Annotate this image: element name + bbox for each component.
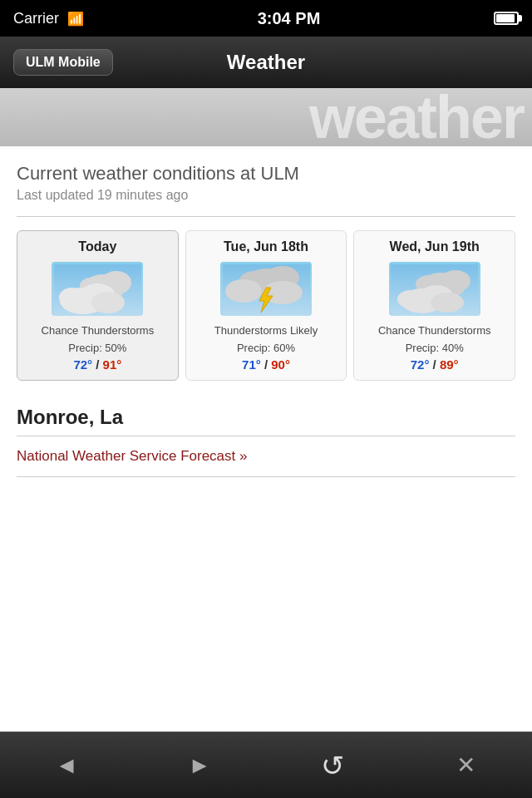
- temp-separator-tue: /: [264, 357, 271, 372]
- card-precip-today: Precip: 50%: [24, 342, 171, 354]
- svg-point-7: [91, 292, 125, 313]
- close-icon: ✕: [456, 751, 475, 779]
- forward-toolbar-button[interactable]: ►: [175, 741, 224, 791]
- forward-toolbar-icon: ►: [188, 752, 211, 779]
- last-updated: Last updated 19 minutes ago: [17, 188, 515, 203]
- link-divider: [17, 436, 515, 436]
- card-day-tue: Tue, Jun 18th: [193, 239, 340, 254]
- card-temps-wed: 72° / 89°: [361, 357, 508, 372]
- temp-high-today: 91°: [103, 357, 122, 372]
- weather-card-wed: Wed, Jun 19th: [353, 230, 515, 381]
- carrier-label: Carrier: [13, 10, 59, 27]
- temp-separator-today: /: [96, 357, 102, 372]
- back-toolbar-icon: ◄: [55, 752, 78, 779]
- weather-card-tue: Tue, Jun 18th: [185, 230, 347, 381]
- banner: weather: [0, 88, 532, 146]
- weather-card-today: Today: [17, 230, 179, 381]
- card-desc-tue: Thunderstorms Likely: [193, 324, 340, 338]
- temp-low-tue: 71°: [242, 357, 261, 372]
- temp-separator-wed: /: [433, 357, 440, 372]
- weather-icon-today: [24, 259, 171, 318]
- card-temps-today: 72° / 91°: [24, 357, 171, 372]
- temp-high-wed: 89°: [440, 357, 459, 372]
- reload-icon: ↺: [321, 749, 344, 782]
- conditions-title: Current weather conditions at ULM: [17, 163, 515, 185]
- back-toolbar-button[interactable]: ◄: [42, 741, 91, 791]
- nws-link[interactable]: National Weather Service Forecast »: [17, 448, 247, 464]
- status-bar: Carrier 📶 3:04 PM: [0, 0, 532, 37]
- battery-icon: [494, 12, 519, 25]
- location-label: Monroe, La: [17, 397, 515, 436]
- card-desc-wed: Chance Thunderstorms: [361, 324, 508, 338]
- main-content: Current weather conditions at ULM Last u…: [0, 146, 532, 477]
- back-button[interactable]: ULM Mobile: [13, 49, 113, 76]
- banner-text: weather: [309, 88, 532, 146]
- status-left: Carrier 📶: [13, 10, 84, 27]
- status-right: [494, 12, 519, 25]
- svg-point-22: [431, 293, 464, 313]
- card-desc-today: Chance Thunderstorms: [24, 324, 171, 338]
- close-toolbar-button[interactable]: ✕: [441, 741, 490, 791]
- weather-row: Today: [17, 230, 515, 381]
- reload-button[interactable]: ↺: [308, 741, 357, 791]
- temp-high-tue: 90°: [271, 357, 290, 372]
- nav-bar: ULM Mobile Weather: [0, 37, 532, 88]
- toolbar: ◄ ► ↺ ✕: [0, 732, 532, 798]
- temp-low-wed: 72°: [411, 357, 430, 372]
- temp-low-today: 72°: [73, 357, 92, 372]
- svg-point-6: [59, 288, 86, 308]
- card-precip-wed: Precip: 40%: [361, 342, 508, 354]
- weather-icon-wed: [361, 259, 508, 318]
- weather-icon-tue: [193, 259, 340, 318]
- card-day-wed: Wed, Jun 19th: [361, 239, 508, 254]
- wifi-icon: 📶: [67, 11, 84, 27]
- card-precip-tue: Precip: 60%: [193, 342, 340, 354]
- svg-point-12: [225, 279, 262, 303]
- card-day-today: Today: [24, 239, 171, 254]
- bottom-divider: [17, 476, 515, 477]
- status-time: 3:04 PM: [258, 9, 321, 28]
- page-title: Weather: [227, 51, 305, 74]
- top-divider: [17, 216, 515, 217]
- svg-point-21: [397, 290, 424, 308]
- card-temps-tue: 71° / 90°: [193, 357, 340, 372]
